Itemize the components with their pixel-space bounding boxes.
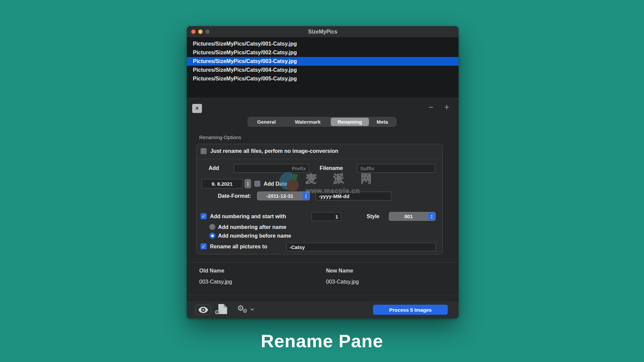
date-format-label: Date-Format: xyxy=(208,193,251,199)
close-window-button[interactable] xyxy=(191,29,196,34)
numbering-after-label: Add numbering after name xyxy=(218,224,286,230)
numbering-after-radio[interactable] xyxy=(209,224,215,230)
rename-all-checkbox[interactable]: ✓ xyxy=(201,243,207,249)
add-numbering-checkbox[interactable]: ✓ xyxy=(201,213,207,219)
minus-icon: − xyxy=(429,102,434,112)
clear-list-button[interactable]: × xyxy=(192,104,202,113)
file-list-item-selected[interactable]: Pictures/SizeMyPics/Catsy/003-Catsy.jpg xyxy=(187,57,459,66)
check-icon: ✓ xyxy=(202,244,206,249)
actions-menu-button[interactable]: ⚙ ⚙ xyxy=(237,304,256,316)
close-icon: × xyxy=(195,105,199,112)
caption-text: Rename Pane xyxy=(0,330,644,351)
options-pane: × − + General Watermark Renaming Meta Re… xyxy=(187,97,459,301)
date-format-popup-value: -2011-12-31 xyxy=(257,193,303,199)
numbering-before-label: Add numbering before name xyxy=(218,233,291,239)
new-name-label: New Name xyxy=(326,268,353,274)
file-list-item[interactable]: Pictures/SizeMyPics/Catsy/005-Catsy.jpg xyxy=(187,74,459,83)
window-titlebar: SizeMyPics xyxy=(187,26,459,38)
plus-icon: + xyxy=(444,102,449,112)
prefix-input[interactable] xyxy=(234,164,309,173)
add-date-checkbox[interactable] xyxy=(254,181,260,187)
numbering-start-input[interactable] xyxy=(312,212,341,221)
numbering-style-popup[interactable]: 001 ▴▾ xyxy=(389,212,436,221)
file-list: Pictures/SizeMyPics/Catsy/001-Catsy.jpg … xyxy=(187,38,459,97)
group-separator xyxy=(197,159,442,159)
tab-renaming[interactable]: Renaming xyxy=(331,118,369,126)
tab-general[interactable]: General xyxy=(248,118,285,126)
bottom-toolbar: ⚙ ⚙ ⚙ Process 5 Images xyxy=(187,301,459,318)
rename-only-label: Just rename all files, perfom no image-c… xyxy=(210,148,338,154)
rename-only-checkbox[interactable] xyxy=(201,148,207,154)
numbering-before-radio[interactable] xyxy=(209,233,215,239)
file-list-item[interactable]: Pictures/SizeMyPics/Catsy/001-Catsy.jpg xyxy=(187,40,459,48)
style-label: Style xyxy=(367,214,379,220)
add-numbering-label: Add numbering and start with xyxy=(210,214,286,220)
stepper-down-icon: ▾ xyxy=(247,184,249,186)
tab-meta[interactable]: Meta xyxy=(369,118,396,126)
date-stepper[interactable]: ▴ ▾ xyxy=(245,179,251,188)
check-icon: ✓ xyxy=(202,214,206,219)
file-list-item[interactable]: Pictures/SizeMyPics/Catsy/004-Catsy.jpg xyxy=(187,66,459,74)
process-images-button[interactable]: Process 5 Images xyxy=(373,305,448,315)
tab-bar: General Watermark Renaming Meta xyxy=(248,117,396,127)
preview-button[interactable] xyxy=(196,305,211,315)
new-name-value: 003-Catsy.jpg xyxy=(326,279,359,285)
zoom-window-button[interactable] xyxy=(205,29,210,34)
eye-icon xyxy=(198,307,208,313)
section-title: Renaming-Options xyxy=(199,134,241,140)
filename-label: Filename xyxy=(320,165,343,171)
radio-dot-icon xyxy=(211,235,214,237)
divider xyxy=(187,262,459,262)
suffix-input[interactable] xyxy=(357,164,435,173)
date-pattern-input[interactable] xyxy=(316,192,391,200)
numbering-style-value: 001 xyxy=(389,214,428,219)
popup-chevrons-icon: ▴▾ xyxy=(428,213,435,220)
rename-all-input[interactable] xyxy=(286,243,436,251)
tab-watermark[interactable]: Watermark xyxy=(285,118,331,126)
minimize-window-button[interactable] xyxy=(198,29,203,34)
old-name-value: 003-Catsy.jpg xyxy=(199,279,232,285)
window-title: SizeMyPics xyxy=(187,29,459,35)
traffic-lights xyxy=(187,29,210,34)
old-name-label: Old Name xyxy=(199,268,224,274)
renaming-options-group: Just rename all files, perfom no image-c… xyxy=(196,144,443,254)
add-date-label: Add Date xyxy=(264,181,287,187)
add-file-button[interactable]: + xyxy=(441,102,452,112)
remove-file-button[interactable]: − xyxy=(426,102,436,112)
app-window: SizeMyPics Pictures/SizeMyPics/Catsy/001… xyxy=(187,26,459,318)
convert-files-button[interactable]: ⚙ xyxy=(216,304,230,316)
popup-chevrons-icon: ▴▾ xyxy=(303,192,309,200)
date-format-popup[interactable]: -2011-12-31 ▴▾ xyxy=(257,191,310,200)
gear-icon: ⚙ xyxy=(214,309,220,315)
file-list-item[interactable]: Pictures/SizeMyPics/Catsy/002-Catsy.jpg xyxy=(187,48,459,57)
rename-all-label: Rename all pictures to xyxy=(210,244,267,250)
add-label: Add xyxy=(209,165,219,171)
gear-icon: ⚙ xyxy=(243,308,247,314)
chevron-down-icon xyxy=(251,308,254,311)
date-input[interactable] xyxy=(202,179,243,188)
divider xyxy=(187,295,459,295)
